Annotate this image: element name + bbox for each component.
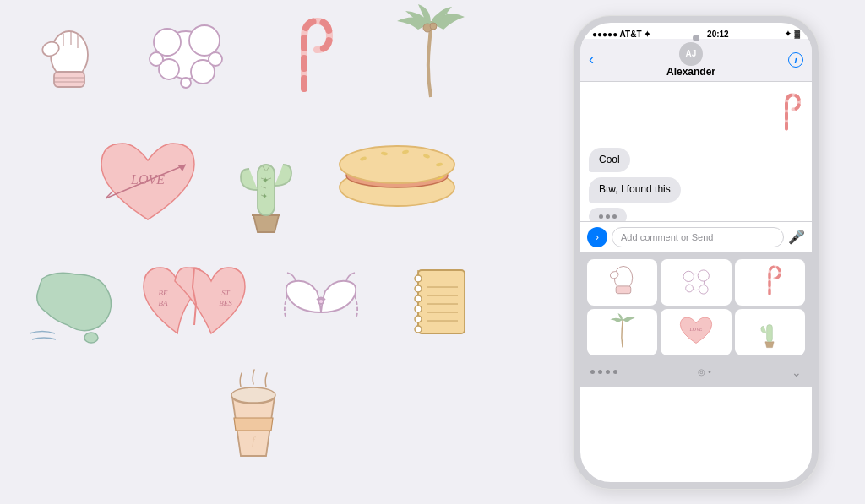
candy-cane-sticker[interactable]	[270, 13, 338, 109]
typing-dot-1	[599, 214, 603, 219]
battery-icon: ▓	[794, 30, 800, 38]
svg-point-67	[698, 270, 709, 281]
svg-rect-23	[258, 165, 275, 215]
message-found: Btw, I found this	[589, 177, 681, 203]
svg-text:ST: ST	[221, 289, 231, 297]
keyboard-sticker-candy[interactable]	[735, 259, 805, 306]
mic-button[interactable]: 🎤	[788, 229, 805, 245]
avatar-initials: AJ	[686, 49, 697, 58]
keyboard-stickers: LOVE	[580, 252, 812, 362]
bubbles-sticker[interactable]	[144, 17, 228, 96]
svg-text:BES: BES	[219, 299, 232, 307]
bra-sticker[interactable]	[270, 266, 372, 354]
notebook-sticker[interactable]	[405, 262, 473, 358]
typing-dot-2	[606, 214, 610, 219]
svg-point-49	[415, 285, 422, 292]
keyboard-sticker-palm[interactable]	[587, 309, 657, 355]
typing-dot-3	[612, 214, 617, 219]
message-text: Cool	[599, 154, 620, 165]
svg-point-51	[415, 306, 422, 312]
message-cool: Cool	[589, 148, 630, 173]
keyboard-dots	[590, 370, 617, 374]
svg-text:LOVE: LOVE	[130, 172, 165, 187]
cactus-sticker[interactable]: ✦ ✦	[228, 131, 304, 244]
coffee-cup-sticker[interactable]: f	[211, 363, 296, 476]
svg-text:✦: ✦	[262, 192, 268, 200]
sticker-panel: LOVE	[0, 0, 524, 504]
keyboard-sticker-bubbles[interactable]	[661, 259, 731, 306]
input-bar: › Add comment or Send 🎤	[580, 221, 812, 252]
palm-tree-sticker[interactable]	[389, 4, 473, 109]
keyboard-bottom-bar: ◎ • ⌄	[580, 362, 812, 382]
love-heart-sticker[interactable]: LOVE	[93, 135, 203, 240]
back-button[interactable]: ‹	[589, 51, 594, 68]
svg-point-66	[683, 271, 694, 281]
svg-text:BE: BE	[159, 289, 168, 297]
svg-point-50	[415, 295, 422, 302]
bluetooth-icon: ✦	[785, 30, 792, 38]
messages-area: Cool Btw, I found this	[580, 82, 812, 221]
svg-rect-2	[54, 72, 84, 87]
app-dot-4	[613, 370, 617, 374]
phone-container: ●●●●● AT&T ✦ 20:12 ✦ ▓ ‹ AJ Alexander i	[544, 0, 865, 504]
sent-sticker-message	[770, 89, 803, 143]
app-dot-1	[590, 370, 595, 374]
svg-rect-71	[767, 325, 773, 342]
best-babes-sticker[interactable]: BE BA ST BES	[131, 257, 258, 354]
svg-point-45	[318, 299, 324, 304]
keyboard-sticker-cactus[interactable]	[735, 309, 805, 355]
app-dot-2	[598, 370, 602, 374]
sticker-keyboard: LOVE ◎ •	[580, 252, 812, 387]
status-icons: ✦ ▓	[785, 30, 800, 38]
svg-point-53	[415, 326, 422, 333]
svg-text:✦: ✦	[262, 176, 269, 185]
time-label: 20:12	[707, 30, 729, 39]
svg-point-10	[189, 25, 220, 56]
svg-point-14	[209, 52, 222, 66]
keyboard-sticker-boxing[interactable]	[587, 259, 657, 306]
message-input[interactable]: Add comment or Send	[612, 227, 784, 247]
send-button[interactable]: ›	[587, 227, 607, 247]
keyboard-sticker-love[interactable]: LOVE	[661, 309, 731, 355]
svg-point-40	[84, 333, 98, 343]
phone-mockup: ●●●●● AT&T ✦ 20:12 ✦ ▓ ‹ AJ Alexander i	[574, 16, 819, 489]
phone-camera	[693, 35, 699, 41]
svg-point-60	[231, 387, 275, 403]
svg-rect-64	[616, 286, 631, 294]
svg-point-17	[430, 23, 437, 30]
nav-center: AJ Alexander	[666, 42, 715, 78]
svg-point-9	[154, 29, 181, 56]
svg-point-13	[150, 52, 163, 66]
boxing-glove-sticker[interactable]	[34, 25, 101, 105]
info-button[interactable]: i	[788, 52, 803, 68]
contact-avatar: AJ	[679, 42, 703, 66]
svg-rect-46	[418, 270, 465, 333]
app-dot-3	[606, 370, 610, 374]
keyboard-hide-btn[interactable]: ⌄	[792, 366, 802, 379]
svg-point-69	[699, 285, 709, 295]
svg-point-15	[181, 78, 191, 88]
svg-point-48	[415, 275, 422, 282]
input-placeholder: Add comment or Send	[621, 232, 713, 242]
typing-indicator	[589, 208, 627, 221]
hot-dog-sticker[interactable]	[329, 135, 465, 214]
keyboard-page-indicator: ◎ •	[698, 367, 710, 377]
nav-bar: ‹ AJ Alexander i	[580, 39, 812, 82]
message-text: Btw, I found this	[599, 183, 671, 195]
australia-sticker[interactable]	[25, 262, 127, 350]
svg-text:LOVE: LOVE	[688, 327, 702, 332]
contact-name: Alexander	[666, 66, 715, 78]
carrier-label: ●●●●● AT&T ✦	[592, 30, 650, 39]
svg-text:BA: BA	[159, 299, 168, 307]
svg-point-68	[686, 285, 694, 292]
svg-point-52	[415, 316, 422, 322]
